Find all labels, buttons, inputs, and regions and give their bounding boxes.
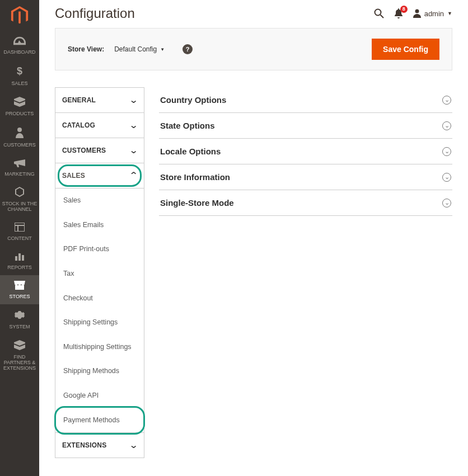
- section-state-options[interactable]: State Options ⌄: [159, 113, 452, 139]
- user-icon: [413, 9, 421, 18]
- notification-count: 8: [400, 6, 408, 13]
- config-group-title: CATALOG: [62, 121, 95, 129]
- user-menu[interactable]: admin ▼: [413, 9, 452, 18]
- magento-logo[interactable]: [0, 0, 39, 31]
- save-config-button[interactable]: Save Config: [372, 39, 439, 60]
- chevron-down-icon: ⌄: [129, 146, 138, 155]
- nav-label: REPORTS: [7, 265, 31, 271]
- expand-icon: ⌄: [442, 173, 451, 182]
- store-view-value: Default Config: [114, 45, 157, 53]
- section-country-options[interactable]: Country Options ⌄: [159, 87, 452, 113]
- nav-marketing[interactable]: MARKETING: [0, 153, 39, 182]
- svg-rect-5: [15, 256, 17, 261]
- dollar-icon: $: [16, 65, 24, 79]
- chevron-down-icon: ▼: [160, 47, 165, 52]
- nav-sales[interactable]: $ SALES: [0, 60, 39, 91]
- config-item-shipping-methods[interactable]: Shipping Methods: [55, 359, 144, 384]
- expand-icon: ⌄: [442, 121, 451, 130]
- config-nav: GENERAL ⌄ CATALOG ⌄ CUSTOMERS ⌄ SALES ⌃ …: [55, 87, 144, 458]
- store-view-left: Store View: Default Config ▼ ?: [68, 44, 193, 54]
- svg-rect-6: [18, 253, 21, 261]
- bars-icon: [15, 252, 25, 263]
- config-group-extensions[interactable]: EXTENSIONS ⌄: [55, 433, 144, 458]
- config-group-sales[interactable]: SALES ⌃: [55, 163, 144, 188]
- nav-stock-channel[interactable]: STOCK IN THE CHANNEL: [0, 181, 39, 217]
- nav-partners[interactable]: FIND PARTNERS & EXTENSIONS: [0, 334, 39, 376]
- config-group-title: SALES: [62, 172, 85, 180]
- config-group-title: CUSTOMERS: [62, 147, 106, 154]
- store-view-bar: Store View: Default Config ▼ ? Save Conf…: [55, 28, 452, 70]
- expand-icon: ⌄: [442, 147, 451, 156]
- section-title: Single-Store Mode: [160, 198, 234, 208]
- config-item-checkout[interactable]: Checkout: [55, 286, 144, 311]
- nav-label: SYSTEM: [9, 324, 30, 330]
- chevron-down-icon: ⌄: [129, 96, 138, 105]
- nav-label: PRODUCTS: [6, 111, 34, 117]
- gear-icon: [15, 310, 25, 322]
- store-icon: [14, 281, 25, 292]
- nav-label: SALES: [11, 81, 27, 87]
- nav-reports[interactable]: REPORTS: [0, 246, 39, 275]
- nav-products[interactable]: PRODUCTS: [0, 91, 39, 121]
- chevron-down-icon: ▼: [447, 11, 452, 16]
- svg-text:$: $: [17, 65, 22, 77]
- notifications-button[interactable]: 8: [394, 8, 403, 18]
- layout-icon: [15, 223, 25, 234]
- config-item-pdf-printouts[interactable]: PDF Print-outs: [55, 237, 144, 262]
- nav-customers[interactable]: CUSTOMERS: [0, 121, 39, 153]
- nav-system[interactable]: SYSTEM: [0, 304, 39, 334]
- svg-point-1: [17, 128, 22, 132]
- megaphone-icon: [14, 158, 25, 169]
- search-icon[interactable]: [374, 8, 384, 18]
- section-title: State Options: [160, 121, 215, 130]
- section-title: Store Information: [160, 172, 230, 182]
- box-icon: [14, 97, 25, 109]
- nav-label: CUSTOMERS: [3, 143, 35, 148]
- config-sections: Country Options ⌄ State Options ⌄ Locale…: [159, 87, 452, 458]
- top-actions: 8 admin ▼: [374, 8, 452, 18]
- nav-dashboard[interactable]: DASHBOARD: [0, 31, 39, 60]
- config-group-catalog[interactable]: CATALOG ⌄: [55, 113, 144, 138]
- config-group-title: GENERAL: [62, 96, 96, 104]
- nav-label: MARKETING: [4, 172, 35, 177]
- hex-icon: [15, 187, 25, 199]
- svg-rect-2: [15, 223, 25, 232]
- person-icon: [16, 127, 24, 140]
- help-icon[interactable]: ?: [182, 44, 193, 54]
- svg-point-10: [415, 10, 419, 13]
- config-item-payment-methods[interactable]: Payment Methods: [55, 408, 144, 433]
- section-locale-options[interactable]: Locale Options ⌄: [159, 139, 452, 164]
- main-content: Configuration 8 admin ▼ Store View: Defa…: [39, 0, 468, 458]
- chevron-up-icon: ⌃: [129, 171, 138, 180]
- section-single-store-mode[interactable]: Single-Store Mode ⌄: [159, 190, 452, 216]
- username-label: admin: [424, 10, 444, 18]
- content-columns: GENERAL ⌄ CATALOG ⌄ CUSTOMERS ⌄ SALES ⌃ …: [55, 87, 452, 458]
- page-title: Configuration: [55, 6, 135, 21]
- nav-content[interactable]: CONTENT: [0, 217, 39, 246]
- config-group-customers[interactable]: CUSTOMERS ⌄: [55, 138, 144, 163]
- nav-label: STOCK IN THE CHANNEL: [1, 201, 38, 213]
- svg-line-9: [380, 15, 383, 18]
- chevron-down-icon: ⌄: [129, 441, 138, 450]
- section-store-information[interactable]: Store Information ⌄: [159, 164, 452, 190]
- store-view-label: Store View:: [68, 45, 104, 53]
- svg-rect-7: [22, 255, 24, 261]
- config-item-multishipping[interactable]: Multishipping Settings: [55, 335, 144, 360]
- expand-icon: ⌄: [442, 199, 451, 208]
- section-title: Locale Options: [160, 147, 221, 156]
- config-item-google-api[interactable]: Google API: [55, 384, 144, 408]
- nav-label: STORES: [10, 294, 30, 300]
- section-title: Country Options: [160, 95, 226, 105]
- config-item-sales[interactable]: Sales: [55, 188, 144, 213]
- config-group-title: EXTENSIONS: [62, 441, 106, 449]
- config-item-sales-emails[interactable]: Sales Emails: [55, 213, 144, 238]
- config-group-sales-children: Sales Sales Emails PDF Print-outs Tax Ch…: [55, 188, 144, 433]
- nav-stores[interactable]: STORES: [0, 275, 39, 304]
- config-group-general[interactable]: GENERAL ⌄: [55, 88, 144, 113]
- config-item-shipping-settings[interactable]: Shipping Settings: [55, 310, 144, 335]
- chevron-down-icon: ⌄: [129, 121, 138, 130]
- partners-icon: [14, 340, 25, 352]
- config-item-tax[interactable]: Tax: [55, 262, 144, 286]
- store-view-select[interactable]: Default Config ▼: [114, 45, 165, 53]
- nav-label: FIND PARTNERS & EXTENSIONS: [1, 355, 38, 371]
